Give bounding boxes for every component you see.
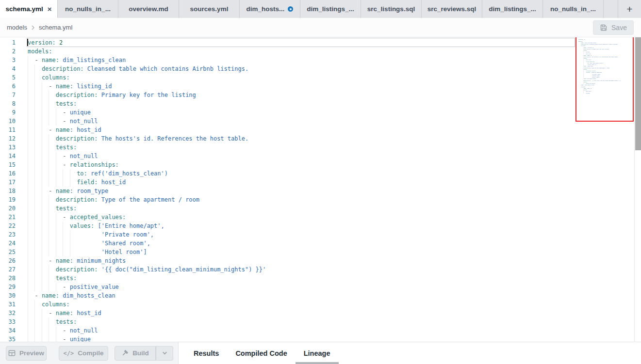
gutter-line-number: 35 [0,335,16,342]
gutter-line-number: 18 [0,187,16,195]
code-area[interactable]: 1version: 22models:3- name: dim_listings… [0,37,641,342]
tab-label: no_nulls_in_... [550,5,596,13]
tab-dim-hosts[interactable]: dim_hosts... [240,0,300,18]
code-line[interactable]: 3- name: dim_listings_clean [0,56,641,64]
code-line[interactable]: 5columns: [0,73,641,82]
code-line[interactable]: 35- unique [0,335,641,342]
lineage-tab[interactable]: Lineage [296,342,339,364]
code-line[interactable]: 23 'Private room', [0,230,641,239]
chevron-down-icon [162,350,168,356]
code-line[interactable]: 32- name: host_id [0,309,641,317]
gutter-line-number: 23 [0,230,16,239]
line-content: description: Primary key for the listing [28,91,196,99]
plus-icon: + [626,3,632,15]
compile-button[interactable]: </> Compile [59,346,108,361]
tab-label: no_nulls_in_... [65,5,111,13]
code-line[interactable]: 19description: Type of the apartment / r… [0,195,641,204]
hammer-icon [121,349,129,357]
build-label: Build [132,349,149,357]
code-line[interactable]: 10- not_null [0,117,641,126]
preview-button[interactable]: Preview [6,346,47,361]
tab-src-listings-sql[interactable]: src_listings.sql [361,0,422,18]
code-line[interactable]: 9- unique [0,108,641,117]
tab-label: dim_listings_... [307,5,354,13]
gutter-line-number: 10 [0,117,16,126]
breadcrumb-item-models[interactable]: models [7,24,27,31]
tab-label: sources.yml [190,5,229,13]
code-line[interactable]: 4description: Cleansed table which conta… [0,64,641,73]
tab-dim-listings[interactable]: dim_listings_... [300,0,361,18]
gutter-line-number: 1 [0,38,16,47]
tab-modified-icon [288,6,293,12]
line-content: - name: listing_id [28,82,112,91]
code-line[interactable]: 1version: 2 [0,38,641,47]
build-button[interactable]: Build [115,346,156,361]
tab-label: dim_hosts... [247,5,285,13]
tab-no-nulls-in[interactable]: no_nulls_in_... [58,0,118,18]
tab-src-reviews-sql[interactable]: src_reviews.sql [422,0,482,18]
code-line[interactable]: 31columns: [0,300,641,309]
tab-overview-md[interactable]: overview.md [118,0,179,18]
code-editor[interactable]: 1version: 22models:3- name: dim_listings… [0,37,641,342]
code-line[interactable]: 8tests: [0,99,641,108]
code-line[interactable]: 33tests: [0,317,641,326]
code-line[interactable]: 34- not_null [0,326,641,335]
gutter-line-number: 33 [0,317,16,326]
code-line[interactable]: 26- name: minimum_nights [0,256,641,265]
gutter-line-number: 15 [0,160,16,169]
code-line[interactable]: 2models: [0,47,641,56]
line-content: - name: minimum_nights [28,256,126,265]
tab-bar: schema.yml×no_nulls_in_...overview.mdsou… [0,0,641,18]
line-content: - name: room_type [28,187,108,195]
save-icon [600,24,608,32]
breadcrumb-toolbar: models schema.yml Save [0,18,641,37]
editor-scrollbar[interactable] [634,37,641,342]
line-content: - not_null [28,326,98,335]
code-line[interactable]: 22values: ['Entire home/apt', [0,222,641,230]
tab-no-nulls-in[interactable]: no_nulls_in_... [543,0,604,18]
tab-sources-yml[interactable]: sources.yml [179,0,240,18]
code-line[interactable]: 24 'Shared room', [0,239,641,248]
code-line[interactable]: 29- positive_value [0,283,641,291]
code-line[interactable]: 16to: ref('dim_hosts_clean') [0,169,641,178]
code-line[interactable]: 28tests: [0,274,641,283]
gutter-line-number: 28 [0,274,16,283]
gutter-line-number: 27 [0,265,16,274]
minimap[interactable]: version: 2models:- name: dim_listings_cl… [575,37,634,122]
breadcrumb-chevron-icon [31,25,35,31]
code-line[interactable]: 21- accepted_values: [0,213,641,222]
new-tab-button[interactable]: + [618,0,641,18]
code-line[interactable]: 14- not_null [0,152,641,160]
tab-close-icon[interactable]: × [48,5,52,13]
build-dropdown-button[interactable] [156,346,173,361]
line-content: values: ['Entire home/apt', [28,222,164,230]
code-line[interactable]: 25 'Hotel room'] [0,248,641,256]
gutter-line-number: 6 [0,82,16,91]
code-line[interactable]: 15- relationships: [0,160,641,169]
code-line[interactable]: 6- name: listing_id [0,82,641,91]
code-line[interactable]: 11- name: host_id [0,126,641,134]
gutter-line-number: 11 [0,126,16,134]
code-line[interactable]: 27description: '{{ doc("dim_listing_clea… [0,265,641,274]
code-line[interactable]: 13tests: [0,143,641,152]
scrollbar-thumb[interactable] [635,37,641,150]
tab-schema-yml[interactable]: schema.yml× [0,0,58,18]
save-button[interactable]: Save [593,20,634,35]
results-tab[interactable]: Results [185,342,227,364]
gutter-line-number: 25 [0,248,16,256]
compiled-code-tab[interactable]: Compiled Code [227,342,295,364]
gutter-line-number: 8 [0,99,16,108]
gutter-line-number: 17 [0,178,16,187]
line-content: to: ref('dim_hosts_clean') [28,169,168,178]
tab-dim-listings[interactable]: dim_listings_... [482,0,543,18]
line-content: columns: [28,73,70,82]
gutter-line-number: 31 [0,300,16,309]
code-line[interactable]: 12description: The hosts's id. Reference… [0,134,641,143]
code-line[interactable]: 18- name: room_type [0,187,641,195]
gutter-line-number: 12 [0,134,16,143]
code-line[interactable]: 30- name: dim_hosts_clean [0,291,641,300]
code-line[interactable]: 20tests: [0,204,641,213]
code-line[interactable]: 17field: host_id [0,178,641,187]
code-line[interactable]: 7description: Primary key for the listin… [0,91,641,99]
gutter-line-number: 19 [0,195,16,204]
